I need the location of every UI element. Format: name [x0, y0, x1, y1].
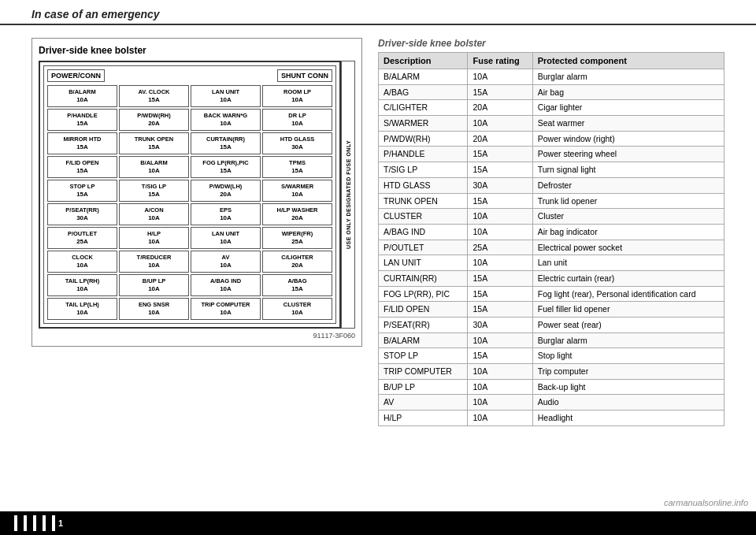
- cell-rating: 10A: [468, 333, 532, 348]
- cell-component: Air bag indicator: [532, 224, 724, 240]
- fuse-cell: A/BAG15A: [262, 274, 332, 296]
- fuse-cell: S/WARMER10A: [262, 180, 332, 202]
- fuse-cell: WIPER(FR)25A: [262, 227, 332, 249]
- cell-desc: CURTAIN(RR): [379, 270, 468, 286]
- cell-desc: S/WARMER: [379, 116, 468, 132]
- diagram-title: Driver-side knee bolster: [39, 45, 355, 56]
- cell-desc: B/ALARM: [379, 333, 468, 348]
- diagram-box: Driver-side knee bolster POWER/CONN SHUN…: [32, 38, 362, 347]
- table-row: FOG LP(RR), PIC 15A Fog light (rear), Pe…: [379, 286, 724, 302]
- fuse-cell: T/SIG LP15A: [119, 180, 189, 202]
- cell-desc: LAN UNIT: [379, 255, 468, 271]
- table-row: H/LP 10A Headlight: [379, 411, 724, 426]
- cell-component: Turn signal light: [532, 162, 724, 178]
- fuse-cell: MIRROR HTD15A: [47, 132, 117, 154]
- cell-desc: STOP LP: [379, 348, 468, 364]
- fuse-cell: STOP LP15A: [47, 180, 117, 202]
- fuse-cell: ENG SNSR10A: [119, 298, 189, 320]
- table-row: CLUSTER 10A Cluster: [379, 209, 724, 225]
- fuse-cell: H/LP WASHER20A: [262, 203, 332, 225]
- table-row: A/BAG IND 10A Air bag indicator: [379, 224, 724, 240]
- fuse-cell: TRIP COMPUTER10A: [191, 298, 261, 320]
- table-row: TRIP COMPUTER 10A Trip computer: [379, 364, 724, 380]
- cell-rating: 15A: [468, 84, 532, 100]
- cell-desc: AV: [379, 395, 468, 411]
- cell-component: Electrical power socket: [532, 240, 724, 255]
- cell-rating: 15A: [468, 193, 532, 209]
- fuse-cell: A/BAG IND10A: [191, 274, 261, 296]
- page-header: In case of an emergency: [0, 0, 756, 25]
- cell-rating: 15A: [468, 270, 532, 286]
- fuse-cell: LAN UNIT10A: [191, 227, 261, 249]
- fuse-cell: C/LIGHTER20A: [262, 251, 332, 273]
- cell-component: Fog light (rear), Personal identificatio…: [532, 286, 724, 302]
- table-header-row: Description Fuse rating Protected compon…: [379, 53, 724, 69]
- cell-rating: 15A: [468, 286, 532, 302]
- cell-desc: HTD GLASS: [379, 177, 468, 193]
- cell-rating: 15A: [468, 302, 532, 318]
- fuse-grid-inner: POWER/CONN SHUNT CONN B/ALARM10AAV. CLOC…: [43, 65, 336, 324]
- page-footer: 1: [0, 511, 756, 535]
- cell-desc: B/UP LP: [379, 379, 468, 395]
- table-row: B/ALARM 10A Burglar alarm: [379, 69, 724, 85]
- cell-desc: C/LIGHTER: [379, 100, 468, 116]
- fuse-cell: B/UP LP10A: [119, 274, 189, 296]
- table-row: P/HANDLE 15A Power steering wheel: [379, 147, 724, 162]
- cell-component: Cigar lighter: [532, 100, 724, 116]
- fuse-cell: FOG LP(RR),PIC15A: [191, 156, 261, 178]
- cell-desc: P/SEAT(RR): [379, 318, 468, 333]
- cell-rating: 20A: [468, 100, 532, 116]
- fuse-cell: P/HANDLE15A: [47, 109, 117, 131]
- fuse-cell: TPMS15A: [262, 156, 332, 178]
- main-content: Driver-side knee bolster POWER/CONN SHUN…: [0, 25, 756, 434]
- table-body: B/ALARM 10A Burglar alarm A/BAG 15A Air …: [379, 69, 724, 426]
- side-text: USE ONLY DESIGNATED FUSE ONLY: [341, 61, 355, 329]
- cell-component: Lan unit: [532, 255, 724, 271]
- cell-desc: F/LID OPEN: [379, 302, 468, 318]
- cell-component: Power seat (rear): [532, 318, 724, 333]
- cell-rating: 10A: [468, 364, 532, 380]
- cell-component: Burglar alarm: [532, 333, 724, 348]
- cell-component: Cluster: [532, 209, 724, 225]
- cell-desc: P/OUTLET: [379, 240, 468, 255]
- cell-desc: FOG LP(RR), PIC: [379, 286, 468, 302]
- cell-rating: 10A: [468, 116, 532, 132]
- cell-rating: 10A: [468, 411, 532, 426]
- cell-component: Burglar alarm: [532, 69, 724, 85]
- table-row: F/LID OPEN 15A Fuel filler lid opener: [379, 302, 724, 318]
- fuse-cell: TRUNK OPEN15A: [119, 132, 189, 154]
- cell-component: Back-up light: [532, 379, 724, 395]
- table-row: LAN UNIT 10A Lan unit: [379, 255, 724, 271]
- fuse-cell: HTD GLASS30A: [262, 132, 332, 154]
- table-row: TRUNK OPEN 15A Trunk lid opener: [379, 193, 724, 209]
- fuse-cell: AV. CLOCK15A: [119, 85, 189, 107]
- col-description: Description: [379, 53, 468, 69]
- table-row: P/SEAT(RR) 30A Power seat (rear): [379, 318, 724, 333]
- header-shunt-conn: SHUNT CONN: [277, 69, 332, 82]
- fuse-cell: F/LID OPEN15A: [47, 156, 117, 178]
- cell-component: Audio: [532, 395, 724, 411]
- cell-desc: P/HANDLE: [379, 147, 468, 162]
- fuse-cell: TAIL LP(RH)10A: [47, 274, 117, 296]
- fuse-cell: H/LP10A: [119, 227, 189, 249]
- page-number: 1: [58, 518, 63, 528]
- cell-rating: 10A: [468, 209, 532, 225]
- header-title: In case of an emergency: [32, 8, 160, 20]
- table-title: Driver-side knee bolster: [378, 38, 724, 49]
- table-row: P/WDW(RH) 20A Power window (right): [379, 131, 724, 147]
- cell-desc: A/BAG IND: [379, 224, 468, 240]
- cell-desc: TRUNK OPEN: [379, 193, 468, 209]
- cell-rating: 25A: [468, 240, 532, 255]
- cell-component: Power window (right): [532, 131, 724, 147]
- cell-rating: 15A: [468, 348, 532, 364]
- footer-stripe: [8, 515, 55, 531]
- fuse-cell: T/REDUCER10A: [119, 251, 189, 273]
- fuse-cell: ROOM LP10A: [262, 85, 332, 107]
- right-section: Driver-side knee bolster Description Fus…: [378, 38, 724, 426]
- cell-desc: T/SIG LP: [379, 162, 468, 178]
- cell-component: Trunk lid opener: [532, 193, 724, 209]
- fuse-cell: P/WDW(RH)20A: [119, 109, 189, 131]
- fuse-rows: B/ALARM10AAV. CLOCK15ALAN UNIT10AROOM LP…: [47, 85, 332, 320]
- cell-desc: CLUSTER: [379, 209, 468, 225]
- table-row: STOP LP 15A Stop light: [379, 348, 724, 364]
